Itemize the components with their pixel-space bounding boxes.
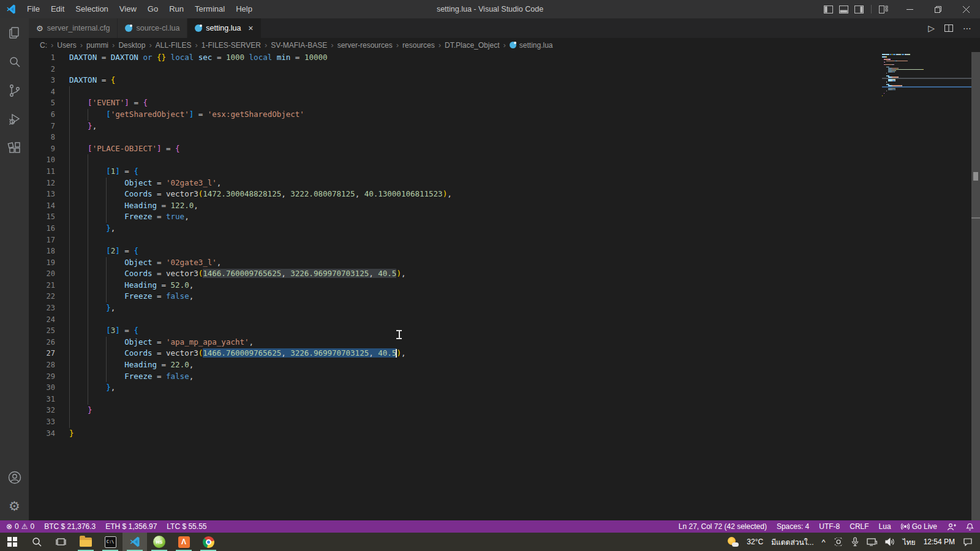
broadcast-icon xyxy=(901,523,910,530)
command-prompt-icon[interactable]: C:\ xyxy=(98,533,123,551)
breadcrumb-item[interactable]: resources xyxy=(402,41,435,50)
breadcrumb-item[interactable]: C: xyxy=(40,41,47,50)
minimap[interactable] xyxy=(882,54,956,97)
chrome-icon[interactable] xyxy=(196,533,221,551)
language-indicator[interactable]: ไทย xyxy=(903,536,916,548)
line-number: 3 xyxy=(29,75,55,86)
tab-setting.lua[interactable]: setting.lua× xyxy=(187,18,261,38)
editor-scrollbar[interactable] xyxy=(971,52,980,520)
menu-view[interactable]: View xyxy=(114,0,142,18)
weather-icon[interactable] xyxy=(728,536,739,547)
line-number: 13 xyxy=(29,189,55,200)
crypto-ticker[interactable]: ETH $ 1,356.97 xyxy=(105,522,157,531)
code-line: 21 Heading = 52.0, xyxy=(29,280,886,291)
language-mode[interactable]: Lua xyxy=(879,522,891,531)
token: , xyxy=(369,348,378,358)
breadcrumb-item[interactable]: Users xyxy=(57,41,76,50)
accounts-icon[interactable] xyxy=(0,463,29,492)
token: } xyxy=(106,303,111,312)
menu-help[interactable]: Help xyxy=(230,0,258,18)
extensions-icon[interactable] xyxy=(0,133,29,162)
indent-guide xyxy=(88,268,88,280)
restore-button[interactable] xyxy=(924,0,952,18)
eol-indicator[interactable]: CRLF xyxy=(850,522,869,531)
weather-text[interactable]: มีแดดส่วนใ... xyxy=(771,536,813,548)
start-button[interactable] xyxy=(0,533,24,551)
go-live-button[interactable]: Go Live xyxy=(901,522,937,531)
toggle-panel-icon[interactable] xyxy=(839,6,848,13)
close-tab-icon[interactable]: × xyxy=(248,23,253,33)
indent-guide xyxy=(69,314,70,326)
indent-guide xyxy=(106,178,107,189)
breadcrumb-item[interactable]: pummi xyxy=(86,41,108,50)
customize-layout-icon[interactable] xyxy=(879,6,888,13)
microphone-icon[interactable] xyxy=(851,537,859,547)
heidisql-icon[interactable]: HS xyxy=(147,533,172,551)
file-explorer-icon[interactable] xyxy=(74,533,98,551)
cursor-position[interactable]: Ln 27, Col 72 (42 selected) xyxy=(679,522,767,531)
breadcrumb-item[interactable]: ALL-FILES xyxy=(156,41,192,50)
tab-source-cl.lua[interactable]: source-cl.lua xyxy=(118,18,187,38)
feedback-person-icon[interactable] xyxy=(947,523,956,531)
menu-run[interactable]: Run xyxy=(164,0,189,18)
settings-gear-icon[interactable]: ⚙ xyxy=(0,492,29,520)
run-file-icon[interactable]: ▷ xyxy=(928,23,935,33)
minimize-button[interactable] xyxy=(895,0,924,18)
more-actions-icon[interactable]: ⋯ xyxy=(963,23,971,33)
explorer-icon[interactable] xyxy=(0,18,29,47)
code-text: ['PLACE-OBJECT'] = { xyxy=(69,143,180,155)
encoding-indicator[interactable]: UTF-8 xyxy=(819,522,840,531)
split-editor-icon[interactable] xyxy=(944,24,953,32)
crypto-ticker[interactable]: LTC $ 55.55 xyxy=(167,522,206,531)
line-number: 20 xyxy=(29,268,55,280)
taskbar-search-icon[interactable] xyxy=(24,533,49,551)
crypto-ticker[interactable]: BTC $ 21,376.3 xyxy=(44,522,96,531)
close-window-button[interactable] xyxy=(952,0,980,18)
breadcrumb-item[interactable]: SV-MAFIA-BASE xyxy=(271,41,327,50)
token xyxy=(69,360,124,369)
source-control-icon[interactable] xyxy=(0,76,29,105)
code-area[interactable]: 1DAXTON = DAXTON or {} local sec = 1000 … xyxy=(29,52,886,439)
orange-a-app-icon[interactable]: Λ xyxy=(172,533,196,551)
indent-guide xyxy=(88,257,88,269)
indentation-indicator[interactable]: Spaces: 4 xyxy=(777,522,809,531)
indent-guide xyxy=(69,371,70,383)
scrollbar-thumb[interactable] xyxy=(973,172,978,181)
menu-file[interactable]: File xyxy=(21,0,45,18)
breadcrumb-item[interactable]: Desktop xyxy=(118,41,145,50)
code-line: 15 Freeze = true, xyxy=(29,211,886,223)
breadcrumb-item[interactable]: server-resources xyxy=(337,41,393,50)
lua-file-icon xyxy=(510,42,516,48)
notification-center-icon[interactable] xyxy=(963,538,973,546)
menu-edit[interactable]: Edit xyxy=(45,0,70,18)
run-debug-icon[interactable] xyxy=(0,105,29,133)
menu-selection[interactable]: Selection xyxy=(70,0,113,18)
menu-terminal[interactable]: Terminal xyxy=(189,0,230,18)
tab-server_internal.cfg[interactable]: ⚙server_internal.cfg xyxy=(29,18,118,38)
screen-record-icon[interactable] xyxy=(834,538,843,546)
tray-expand-icon[interactable]: ^ xyxy=(822,538,826,547)
clock[interactable]: 12:54 PM xyxy=(924,538,955,546)
token: '02gate3_l' xyxy=(166,178,217,187)
speaker-icon[interactable] xyxy=(885,538,895,546)
breadcrumb-item[interactable]: 1-FILES-SERVER xyxy=(202,41,261,50)
task-view-icon[interactable] xyxy=(49,533,74,551)
vscode-taskbar-icon[interactable] xyxy=(123,533,147,551)
token: = xyxy=(97,75,111,84)
breadcrumb-item[interactable]: setting.lua xyxy=(519,41,553,50)
code-text: }, xyxy=(69,121,97,132)
toggle-sidebar-icon[interactable] xyxy=(824,6,833,13)
line-number: 18 xyxy=(29,246,55,257)
search-icon[interactable] xyxy=(0,47,29,76)
notifications-bell-icon[interactable] xyxy=(966,523,974,531)
token: , xyxy=(194,201,198,210)
token: [ xyxy=(106,110,111,119)
breadcrumb-item[interactable]: DT.Place_Object xyxy=(445,41,499,50)
menu-go[interactable]: Go xyxy=(142,0,164,18)
token: = xyxy=(152,269,166,278)
problems-indicator[interactable]: ⊗ 0 ⚠ 0 xyxy=(6,522,34,531)
network-display-icon[interactable] xyxy=(867,538,877,546)
temperature[interactable]: 32°C xyxy=(747,538,763,546)
indent-guide xyxy=(69,405,70,416)
toggle-secondary-sidebar-icon[interactable] xyxy=(854,6,864,13)
